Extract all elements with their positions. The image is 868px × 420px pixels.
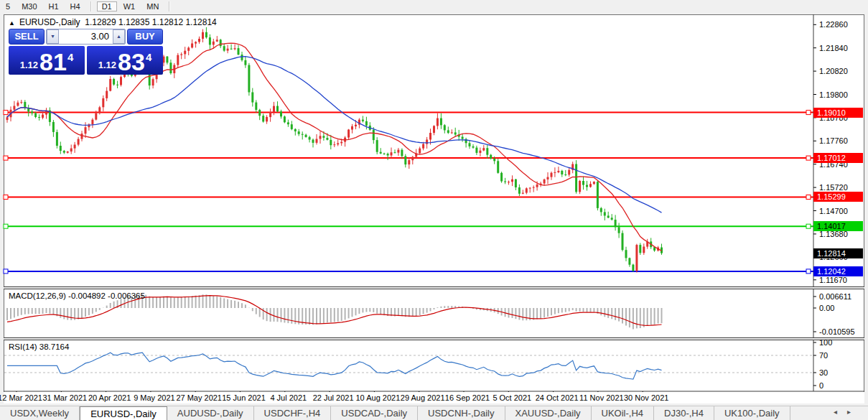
candle-body xyxy=(209,37,211,45)
candle-body xyxy=(302,134,304,135)
date-tick-label: 20 Apr 2021 xyxy=(88,393,131,402)
candle-body xyxy=(276,106,279,112)
date-tick-label: 10 Aug 2021 xyxy=(355,393,400,402)
candle-body xyxy=(518,187,521,194)
candle-body xyxy=(422,144,424,149)
candle-body xyxy=(643,247,645,253)
candle-body xyxy=(500,173,503,182)
candle-body xyxy=(625,250,627,258)
candle-body xyxy=(13,106,15,110)
price-line-badge[interactable]: 1.12814 xyxy=(813,248,863,258)
candle-body xyxy=(113,79,115,85)
date-tick-label: 16 Sep 2021 xyxy=(445,393,490,402)
candle-body xyxy=(469,143,471,146)
chart-ohlc-values: 1.12829 1.12835 1.12812 1.12814 xyxy=(85,17,217,27)
candle-body xyxy=(622,233,624,251)
candle-body xyxy=(472,146,475,148)
candle-body xyxy=(582,181,584,185)
candle-body xyxy=(373,130,375,140)
price-line-badge[interactable]: 1.12042 xyxy=(813,266,863,276)
candle-body xyxy=(437,118,439,126)
candle-body xyxy=(543,179,546,184)
candle-body xyxy=(376,140,378,152)
candle-body xyxy=(394,152,396,153)
candle-body xyxy=(404,156,406,164)
candle-body xyxy=(184,51,186,55)
sell-price-panel[interactable]: 1.12 81 4 xyxy=(9,46,85,75)
candle-body xyxy=(234,48,236,49)
candle-body xyxy=(593,182,595,184)
candle-body xyxy=(91,120,93,125)
date-tick-label: 30 Nov 2021 xyxy=(624,393,668,402)
candle-body xyxy=(38,117,40,118)
volume-decrease-icon[interactable]: ▼ xyxy=(47,29,59,44)
macd-tick-label: -0.010595 xyxy=(819,327,855,336)
buy-price-panel[interactable]: 1.12 83 4 xyxy=(87,46,163,75)
volume-increase-icon[interactable]: ▲ xyxy=(113,29,125,44)
candle-body xyxy=(284,116,286,122)
candle-body xyxy=(397,150,399,153)
date-tick-label: 5 Oct 2021 xyxy=(493,393,531,402)
candle-body xyxy=(362,120,364,121)
candle-body xyxy=(561,171,563,174)
candle-body xyxy=(529,188,531,189)
buy-button[interactable]: BUY xyxy=(127,29,163,45)
candle-body xyxy=(319,136,322,139)
candle-body xyxy=(223,46,225,50)
candle-body xyxy=(597,182,599,208)
candle-body xyxy=(262,116,264,121)
candle-body xyxy=(266,117,268,121)
candle-body xyxy=(522,193,524,194)
candle-body xyxy=(533,187,535,188)
volume-input[interactable]: 3.00 xyxy=(59,29,113,44)
rsi-tick-label: 0 xyxy=(819,381,823,390)
level-line-handle xyxy=(4,156,8,160)
trade-panel-prices: 1.12 81 4 1.12 83 4 xyxy=(9,46,163,75)
candle-body xyxy=(618,227,620,233)
candle-body xyxy=(220,39,222,46)
price-tick-label: 1.15720 xyxy=(819,183,848,192)
price-line-badge[interactable]: 1.19010 xyxy=(813,108,863,118)
candle-body xyxy=(557,171,559,172)
buy-price-big-digits: 83 xyxy=(118,50,145,73)
candle-body xyxy=(191,44,193,48)
candle-body xyxy=(216,39,218,42)
candle-body xyxy=(31,111,33,113)
macd-tick-label: 0.00 xyxy=(819,304,834,312)
chart-header: ▲EURUSD-,Daily 1.12829 1.12835 1.12812 1… xyxy=(9,17,217,27)
price-line-badge[interactable]: 1.17012 xyxy=(813,153,863,163)
sell-button[interactable]: SELL xyxy=(9,29,45,45)
candle-body xyxy=(63,151,65,153)
macd-tick-label: 0.006611 xyxy=(819,292,851,301)
mt4-terminal: 5M30H1H4D1W1MN ▲EURUSD-,Daily 1.12829 1.… xyxy=(0,0,868,420)
rsi-line xyxy=(7,353,662,379)
candle-body xyxy=(213,42,215,45)
pane-separator-macd[interactable] xyxy=(4,286,864,289)
price-line-badge[interactable]: 1.15299 xyxy=(813,192,863,202)
price-tick-label: 1.21840 xyxy=(819,44,848,52)
candle-body xyxy=(280,111,282,116)
candle-body xyxy=(269,112,271,117)
candle-body xyxy=(230,49,233,50)
candle-body xyxy=(600,208,602,213)
candle-body xyxy=(102,98,104,107)
candle-body xyxy=(273,106,275,112)
price-tick-label: 1.22860 xyxy=(819,20,848,29)
level-line-handle xyxy=(806,224,811,228)
price-line-badge[interactable]: 1.14017 xyxy=(813,221,863,231)
pane-separator-rsi[interactable] xyxy=(4,337,864,340)
candle-body xyxy=(586,185,588,187)
candle-body xyxy=(81,134,83,139)
candle-body xyxy=(380,152,382,154)
date-tick-label: 11 Nov 2021 xyxy=(579,393,624,402)
collapse-triangle-icon[interactable]: ▲ xyxy=(9,19,15,27)
candle-body xyxy=(611,218,613,220)
candle-body xyxy=(493,159,495,161)
candle-body xyxy=(433,126,435,133)
tab-scroll-arrows[interactable]: ◂▸ xyxy=(834,408,861,416)
sell-price-prefix: 1.12 xyxy=(20,60,38,70)
candle-body xyxy=(479,151,481,153)
candle-body xyxy=(482,148,485,150)
candle-body xyxy=(408,160,410,164)
candle-body xyxy=(551,173,553,177)
